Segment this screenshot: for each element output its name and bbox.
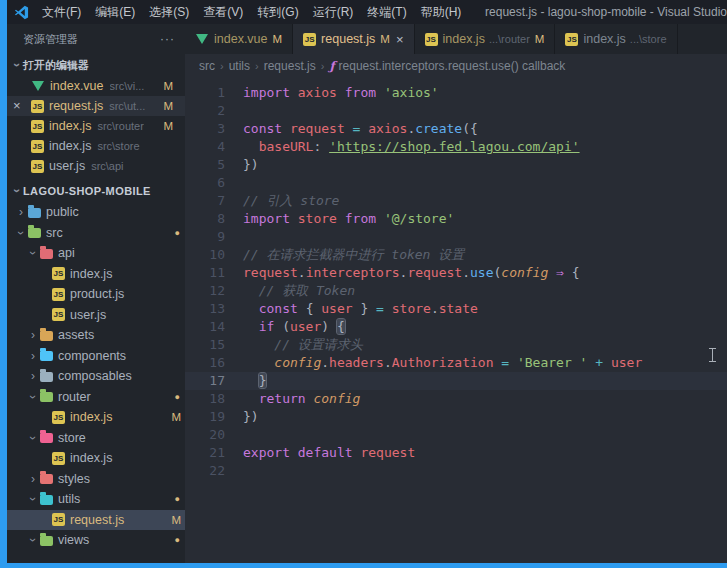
code-line-6[interactable]: 6: [185, 174, 727, 192]
code-line-15[interactable]: 15 // 设置请求头: [185, 336, 727, 354]
code-line-4[interactable]: 4 baseURL: 'https://shop.fed.lagou.com/a…: [185, 138, 727, 156]
folder-icon: [28, 228, 41, 238]
line-number: 22: [185, 462, 225, 480]
line-number: 21: [185, 444, 225, 462]
git-modified-dot: ●: [175, 392, 185, 402]
mouse-cursor: [708, 348, 717, 362]
menu-help[interactable]: 帮助(H): [414, 4, 469, 21]
code-line-13[interactable]: 13 const { user } = store.state: [185, 300, 727, 318]
tree-item-src[interactable]: ›src●: [7, 223, 185, 244]
tree-item-assets[interactable]: ›assets: [7, 325, 185, 346]
menu-view[interactable]: 查看(V): [196, 4, 250, 21]
code-line-5[interactable]: 5}): [185, 156, 727, 174]
menu-file[interactable]: 文件(F): [35, 4, 88, 21]
menu-run[interactable]: 运行(R): [306, 4, 361, 21]
js-file-icon: JS: [52, 308, 65, 321]
line-number: 12: [185, 282, 225, 300]
js-file-icon: JS: [52, 267, 65, 280]
code-line-3[interactable]: 3const request = axios.create({: [185, 120, 727, 138]
line-number: 17: [185, 372, 225, 390]
tree-item-user.js[interactable]: JSuser.js: [7, 305, 185, 326]
open-editor-request.js[interactable]: ×JSrequest.jssrc\ut...M: [7, 96, 185, 116]
menu-edit[interactable]: 编辑(E): [88, 4, 142, 21]
breadcrumb-item-request.js[interactable]: request.js: [264, 59, 316, 73]
open-editor-index.js[interactable]: JSindex.jssrc\store: [7, 136, 185, 156]
code-line-9[interactable]: 9: [185, 228, 727, 246]
code-editor[interactable]: 1import axios from 'axios'23const reques…: [185, 78, 727, 568]
close-tab-icon[interactable]: ×: [396, 32, 404, 47]
tree-item-utils[interactable]: ›utils●: [7, 489, 185, 510]
code-line-21[interactable]: 21export default request: [185, 444, 727, 462]
open-editor-index.js[interactable]: JSindex.jssrc\routerM: [7, 116, 185, 136]
menu-terminal[interactable]: 终端(T): [360, 4, 413, 21]
code-line-22[interactable]: 22: [185, 462, 727, 480]
tab-bar: index.vueMJSrequest.jsM×JSindex.js...\ro…: [185, 24, 727, 54]
tree-item-product.js[interactable]: JSproduct.js: [7, 284, 185, 305]
breadcrumb-separator-icon: ›: [220, 60, 224, 72]
code-line-8[interactable]: 8import store from '@/store': [185, 210, 727, 228]
code-line-19[interactable]: 19}): [185, 408, 727, 426]
code-line-10[interactable]: 10// 在请求拦截器中进行 token 设置: [185, 246, 727, 264]
git-modified-badge: M: [163, 120, 177, 132]
js-file-icon: JS: [31, 140, 44, 153]
breadcrumb-item-src[interactable]: src: [199, 59, 215, 73]
chevron-down-icon: ›: [14, 227, 28, 239]
open-editors-header[interactable]: › 打开的编辑器: [7, 54, 185, 76]
open-editor-user.js[interactable]: JSuser.jssrc\api: [7, 156, 185, 176]
item-label: utils: [58, 492, 80, 506]
code-line-2[interactable]: 2: [185, 102, 727, 120]
file-name: index.js: [49, 119, 91, 133]
code-line-14[interactable]: 14 if (user) {: [185, 318, 727, 336]
code-line-12[interactable]: 12 // 获取 Token: [185, 282, 727, 300]
chevron-down-icon: ›: [26, 534, 40, 546]
folder-icon: [40, 392, 53, 402]
tree-item-index.js[interactable]: JSindex.js: [7, 264, 185, 285]
code-line-11[interactable]: 11request.interceptors.request.use(confi…: [185, 264, 727, 282]
tree-item-public[interactable]: ›public: [7, 202, 185, 223]
tab-label: index.vue: [214, 32, 268, 46]
code-line-17[interactable]: 17 }: [185, 372, 727, 390]
line-number: 20: [185, 426, 225, 444]
tree-root-header[interactable]: › LAGOU-SHOP-MOBILE: [7, 180, 185, 202]
tree-item-views[interactable]: ›views●: [7, 530, 185, 551]
tree-item-composables[interactable]: ›composables: [7, 366, 185, 387]
tree-item-index.js[interactable]: JSindex.jsM: [7, 407, 185, 428]
line-number: 5: [185, 156, 225, 174]
line-number: 19: [185, 408, 225, 426]
tree-item-request.js[interactable]: JSrequest.jsM: [7, 510, 185, 531]
close-editor-icon[interactable]: ×: [13, 96, 21, 116]
line-number: 7: [185, 192, 225, 210]
code-line-7[interactable]: 7// 引入 store: [185, 192, 727, 210]
tab-request.js[interactable]: JSrequest.jsM×: [293, 24, 414, 54]
item-label: user.js: [70, 308, 106, 322]
code-line-18[interactable]: 18 return config: [185, 390, 727, 408]
tab-index.js[interactable]: JSindex.js...\store: [555, 24, 677, 54]
breadcrumb-item-utils[interactable]: utils: [229, 59, 250, 73]
code-line-1[interactable]: 1import axios from 'axios': [185, 84, 727, 102]
tree-item-api[interactable]: ›api: [7, 243, 185, 264]
line-number: 3: [185, 120, 225, 138]
tree-item-styles[interactable]: ›styles: [7, 469, 185, 490]
tree-item-index.js[interactable]: JSindex.js: [7, 448, 185, 469]
tab-index.vue[interactable]: index.vueM: [185, 24, 293, 54]
explorer-more-actions-icon[interactable]: ···: [160, 32, 175, 46]
editor-pane: index.vueMJSrequest.jsM×JSindex.js...\ro…: [185, 24, 727, 568]
breadcrumb-symbol[interactable]: request.interceptors.request.use() callb…: [339, 59, 566, 73]
menu-selection[interactable]: 选择(S): [142, 4, 196, 21]
git-modified-badge: M: [380, 33, 390, 45]
explorer-title: 资源管理器: [23, 32, 78, 47]
tree-item-router[interactable]: ›router●: [7, 387, 185, 408]
code-line-16[interactable]: 16 config.headers.Authorization = 'Beare…: [185, 354, 727, 372]
open-editor-index.vue[interactable]: index.vuesrc\vi...M: [7, 76, 185, 96]
tree-item-components[interactable]: ›components: [7, 346, 185, 367]
tab-index.js[interactable]: JSindex.js...\routerM: [415, 24, 556, 54]
menu-goto[interactable]: 转到(G): [250, 4, 305, 21]
code-line-20[interactable]: 20: [185, 426, 727, 444]
folder-icon: [40, 331, 53, 341]
tree-item-store[interactable]: ›store: [7, 428, 185, 449]
line-number: 2: [185, 102, 225, 120]
folder-icon: [40, 372, 53, 382]
git-modified-badge: M: [535, 33, 545, 45]
symbol-method-icon: ƒ: [329, 59, 334, 73]
chevron-right-icon: ›: [27, 472, 39, 486]
